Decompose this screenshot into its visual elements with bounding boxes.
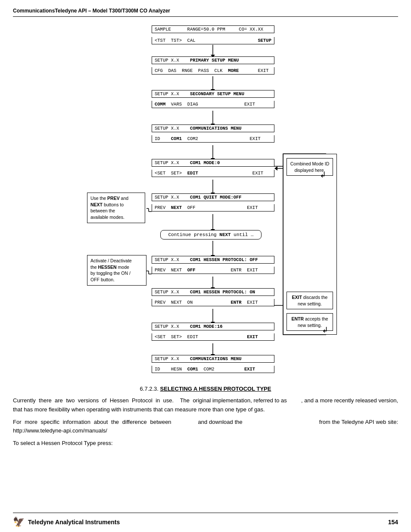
page-header: CommunicationsTeledyne API – Model T300/… [13, 8, 398, 17]
box-sample: SAMPLE RANGE=50.0 PPM CO= XX.XX [152, 25, 274, 33]
header-text: CommunicationsTeledyne API – Model T300/… [13, 8, 170, 14]
box-comm-menu: SETUP X.X COMMUNICATIONS MENU [152, 124, 274, 132]
box-set-edit2: <SET SET> EDIT EXIT [152, 333, 274, 341]
body-text-3: To select a Hessen Protocol Type press: [13, 439, 398, 448]
footer-company: Teledyne Analytical Instruments [28, 519, 120, 526]
box-prev-next-on: PREV NEXT ON ENTR EXIT [152, 299, 274, 306]
box-id-com: ID COM1 COM2 EXIT [152, 135, 274, 143]
body-text-1: Currently there are two versions of Hess… [13, 396, 398, 414]
box-cfg: CFG DAS RNGE PASS CLK MORE EXIT [152, 67, 274, 75]
box-comm-vars: COMM VARS DIAG EXIT [152, 101, 274, 108]
diagram-container: SAMPLE RANGE=50.0 PPM CO= XX.XX <TST TST… [85, 21, 326, 374]
callout-prev-next: Use the PREV andNEXT buttons tobetween t… [87, 193, 145, 223]
box-id-hesn: ID HESN COM1 COM2 EXIT [152, 366, 274, 373]
box-com1-quiet: SETUP X.X COM1 QUIET MODE:OFF [152, 193, 274, 201]
footer-logo-icon: 🦅 [13, 516, 25, 528]
callout-entr: ENTR accepts the new setting. ↲ [286, 313, 333, 331]
page: CommunicationsTeledyne API – Model T300/… [0, 0, 411, 532]
page-number: 154 [388, 519, 398, 526]
box-hessen-off: SETUP X.X COM1 HESSEN PROTOCOL: OFF [152, 256, 274, 264]
box-prev-next-off2: PREV NEXT OFF ENTR EXIT [152, 267, 274, 274]
footer-logo: 🦅 Teledyne Analytical Instruments [13, 516, 120, 528]
body-text-2: For more specific information about the … [13, 418, 398, 436]
box-hessen-on: SETUP X.X COM1 HESSEN PROTOCOL: ON [152, 288, 274, 296]
box-prev-next-off: PREV NEXT OFF EXIT [152, 204, 274, 212]
svg-marker-9 [274, 166, 277, 171]
box-set-edit: <SET SET> EDIT EXIT [152, 170, 274, 177]
section-prefix: 6.7.2.3. [140, 386, 160, 392]
callout-hessen: Activate / Deactivatethe HESSEN modeby t… [87, 255, 146, 286]
box-primary: SETUP X.X PRIMARY SETUP MENU [152, 56, 274, 64]
box-com1-mode16: SETUP X.X COM1 MODE:16 [152, 323, 274, 330]
section-title: SELECTING A HESSEN PROTOCOL TYPE [160, 386, 271, 392]
page-footer: 🦅 Teledyne Analytical Instruments 154 [13, 513, 398, 528]
box-com1-mode: SETUP X.X COM1 MODE:0 [152, 159, 274, 167]
box-comm-menu2: SETUP X.X COMMUNICATIONS MENU [152, 355, 274, 363]
callout-exit: EXIT discards the new setting. [286, 292, 333, 309]
box-continue: Continue pressing NEXT until … [160, 230, 262, 240]
diagram-area: SAMPLE RANGE=50.0 PPM CO= XX.XX <TST TST… [13, 21, 398, 374]
box-tst: <TST TST> CAL SETUP [152, 37, 274, 44]
section-heading: 6.7.2.3. SELECTING A HESSEN PROTOCOL TYP… [13, 386, 398, 392]
box-secondary: SETUP X.X SECONDARY SETUP MENU [152, 90, 274, 98]
callout-combined-mode: Combined Mode IDdisplayed here. ↲ [286, 158, 333, 176]
